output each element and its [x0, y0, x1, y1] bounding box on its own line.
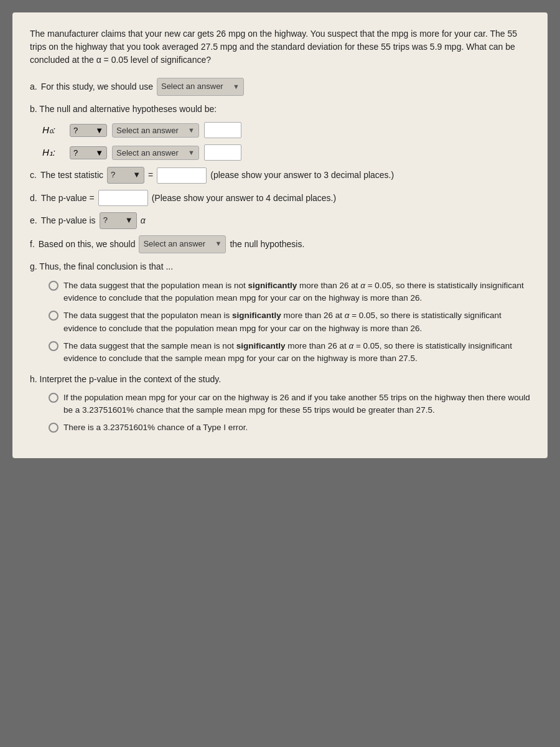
part-b-label: b. [30, 104, 37, 114]
option-g2: The data suggest that the populaton mean… [49, 309, 530, 335]
radio-g1[interactable] [49, 281, 58, 291]
radio-h1[interactable] [49, 393, 58, 403]
part-b: b. The null and alternative hypotheses w… [30, 102, 530, 116]
part-g-text: Thus, the final conclusion is that ... [39, 261, 173, 271]
part-f-label: f. [30, 237, 35, 251]
part-e-qmark: ? [103, 214, 108, 227]
part-a-label: a. [30, 80, 37, 93]
part-c-qmark: ? [111, 169, 115, 182]
option-g3-text: The data suggest that the sample mean is… [63, 340, 530, 365]
part-d-text-before: The p-value = [41, 191, 95, 205]
option-g3: The data suggest that the sample mean is… [49, 340, 530, 365]
part-c-text-after: (please show your answer to 3 decimal pl… [210, 168, 394, 182]
h0-qmark: ? [73, 126, 78, 135]
option-g1: The data suggest that the population mea… [49, 280, 530, 305]
h0-label: H₀: [42, 125, 65, 136]
bold-g2: significantly [232, 311, 281, 320]
h1-select-label: Select an answer [116, 148, 179, 157]
part-e-symbol-select[interactable]: ? ▼ [100, 212, 137, 229]
part-h: h. Interpret the p-value in the context … [30, 372, 530, 386]
h0-qmark-arrow: ▼ [95, 126, 103, 135]
part-d-label: d. [30, 191, 37, 205]
option-h1: If the population mean mpg for your car … [49, 392, 530, 417]
bold-g3: significantly [236, 341, 286, 350]
part-f: f. Based on this, we should Select an an… [30, 235, 530, 253]
part-a: a. For this study, we should use Select … [30, 78, 530, 96]
part-c-value-input[interactable] [157, 167, 207, 184]
part-e-label: e. [30, 214, 37, 227]
part-e-arrow: ▼ [125, 214, 133, 227]
part-f-select[interactable]: Select an answer ▼ [139, 235, 226, 253]
h0-select-label: Select an answer [116, 126, 179, 135]
part-e-text-before: The p-value is [41, 214, 96, 227]
main-page: The manufacturer claims that your new ca… [12, 12, 548, 458]
question-text: The manufacturer claims that your new ca… [30, 27, 530, 67]
h1-arrow-icon: ▼ [188, 149, 195, 156]
part-f-text-before: Based on this, we should [39, 237, 136, 251]
part-c-label: c. [30, 168, 37, 182]
part-d-text-after: (Please show your answer to 4 decimal pl… [152, 191, 336, 205]
part-f-arrow-icon: ▼ [215, 238, 222, 250]
part-g: g. Thus, the final conclusion is that ..… [30, 260, 530, 273]
part-c-equals: = [148, 168, 153, 182]
bold-g1: significantly [248, 281, 297, 290]
h0-arrow-icon: ▼ [188, 126, 195, 134]
h1-value-input[interactable] [204, 144, 241, 161]
part-d-value-input[interactable] [98, 190, 148, 206]
h1-label: H₁: [42, 147, 65, 158]
part-f-select-label: Select an answer [143, 238, 205, 251]
part-c-text-before: The test statistic [40, 168, 103, 182]
part-c-symbol-select[interactable]: ? ▼ [107, 167, 144, 184]
part-e: e. The p-value is ? ▼ α [30, 212, 530, 229]
part-a-select-label: Select an answer [161, 80, 223, 93]
h1-qmark-arrow: ▼ [95, 148, 103, 157]
part-d: d. The p-value = (Please show your answe… [30, 190, 530, 206]
radio-h2[interactable] [49, 423, 58, 433]
h1-row: H₁: ? ▼ Select an answer ▼ [42, 144, 530, 161]
part-g-label: g. [30, 261, 37, 271]
radio-g2[interactable] [49, 311, 58, 321]
option-h2-text: There is a 3.23751601% chance of a Type … [63, 421, 248, 434]
part-h-label: h. [30, 374, 37, 384]
part-a-arrow-icon: ▼ [233, 82, 240, 93]
h1-symbol-select[interactable]: ? ▼ [70, 146, 107, 159]
h1-answer-select[interactable]: Select an answer ▼ [112, 146, 199, 160]
part-a-select[interactable]: Select an answer ▼ [157, 78, 244, 96]
h0-value-input[interactable] [204, 122, 241, 138]
part-b-text: The null and alternative hypotheses woul… [39, 104, 217, 114]
h1-qmark: ? [73, 148, 78, 157]
option-g2-text: The data suggest that the populaton mean… [63, 309, 530, 335]
part-c-arrow: ▼ [133, 169, 141, 182]
radio-g3[interactable] [49, 341, 58, 351]
h0-symbol-select[interactable]: ? ▼ [70, 124, 107, 137]
option-h1-text: If the population mean mpg for your car … [63, 392, 530, 417]
part-h-text: Interpret the p-value in the context of … [40, 374, 222, 384]
h0-answer-select[interactable]: Select an answer ▼ [112, 123, 199, 138]
part-f-text-after: the null hypothesis. [230, 237, 304, 251]
option-g1-text: The data suggest that the population mea… [63, 280, 530, 305]
option-h2: There is a 3.23751601% chance of a Type … [49, 421, 530, 434]
part-c: c. The test statistic ? ▼ = (please show… [30, 167, 530, 184]
h0-row: H₀: ? ▼ Select an answer ▼ [42, 122, 530, 138]
part-a-text-before: For this study, we should use [41, 80, 153, 93]
part-e-alpha: α [141, 214, 146, 227]
